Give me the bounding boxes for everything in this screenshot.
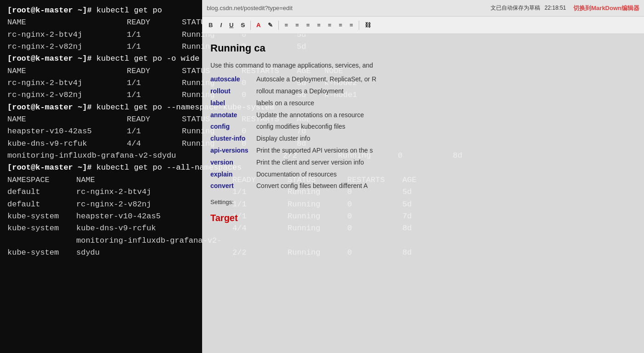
command: kubectl get po [96,6,162,15]
overlay-content: Running ca Use this command to manage ap… [202,34,644,353]
font-color-button[interactable]: A [254,21,263,29]
cmd-rollout: rollout rollout manages a Deployment [210,86,636,97]
prompt: [root@k-master ~]# [7,103,96,112]
underline-button[interactable]: U [226,21,236,29]
italic-button[interactable]: I [217,21,225,29]
align-left-button[interactable]: ≡ [282,21,291,29]
breadcrumb: blog.csdn.net/postedit?type=edit [207,5,293,11]
toolbar-separator [278,21,279,30]
cmd-annotate: annotate Update the annotations on a res… [210,110,636,121]
cmd-autoscale: autoscale Autoscale a Deployment, Replic… [210,74,636,85]
cmd-label: label labels on a resource [210,98,636,109]
settings-label: Settings: [210,199,234,205]
align-right-button[interactable]: ≡ [304,21,313,29]
indent-button[interactable]: ≡ [336,21,345,29]
link-button[interactable]: ⛓ [362,21,373,29]
bold-button[interactable]: B [206,21,215,29]
autosave-status: 文已自动保存为草稿 22:18:51 [491,4,566,12]
highlight-button[interactable]: ✎ [265,21,276,29]
align-center-button[interactable]: ≡ [293,21,302,29]
ordered-list-button[interactable]: ≡ [325,21,334,29]
switch-editor-button[interactable]: 切换到MarkDown编辑器 [573,4,639,12]
cmd-convert: convert Convert config files between dif… [210,181,636,192]
prompt: [root@k-master ~]# [7,6,96,15]
prompt: [root@k-master ~]# [7,163,96,172]
settings-section: Settings: [210,197,636,207]
cmd-api-versions: api-versions Print the supported API ver… [210,145,636,156]
overlay-topbar: blog.csdn.net/postedit?type=edit 文已自动保存为… [202,0,644,17]
running-ca-heading: Running ca [210,40,636,57]
toolbar-separator [359,21,359,30]
overlay-panel: blog.csdn.net/postedit?type=edit 文已自动保存为… [202,0,644,353]
cmd-cluster-info: cluster-info Display cluster info [210,133,636,144]
editor-toolbar: B I U S A ✎ ≡ ≡ ≡ ≡ ≡ ≡ ≡ ⛓ [202,17,644,34]
cmd-version: version Print the client and server vers… [210,157,636,168]
cmd-config: config config modifies kubeconfig files [210,121,636,132]
list-button[interactable]: ≡ [314,21,323,29]
dedent-button[interactable]: ≡ [347,21,356,29]
strikethrough-button[interactable]: S [238,21,248,29]
command-list: autoscale Autoscale a Deployment, Replic… [210,74,636,192]
target-label: Target [210,210,636,226]
intro-text: Use this command to manage applications,… [210,60,636,71]
prompt: [root@k-master ~]# [7,54,96,63]
toolbar-separator [250,21,251,30]
cmd-explain: explain Documentation of resources [210,169,636,180]
command: kubectl get po -o wide [96,54,199,63]
